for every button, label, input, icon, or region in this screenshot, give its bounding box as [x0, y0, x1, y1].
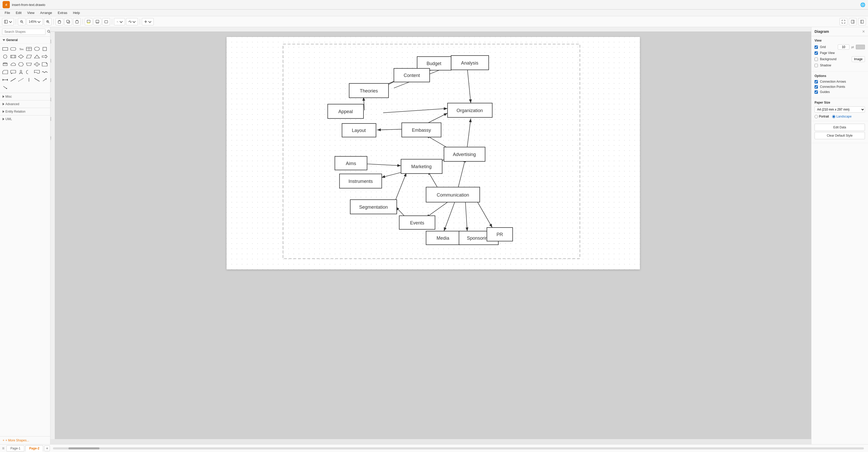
shape-cylinder[interactable]: [2, 61, 9, 68]
shape-double-arrow[interactable]: [2, 76, 9, 84]
shape-hexagon[interactable]: [17, 61, 25, 68]
menu-file[interactable]: File: [2, 10, 13, 15]
paste-style-button[interactable]: [73, 18, 81, 25]
page-view-checkbox[interactable]: [814, 52, 818, 55]
bottom-scrollbar[interactable]: [53, 447, 864, 449]
portrait-option[interactable]: Portrait: [814, 115, 829, 118]
delete-button[interactable]: [56, 18, 63, 25]
page-tab-2[interactable]: Page-2: [25, 445, 43, 451]
menu-arrange[interactable]: Arrange: [37, 10, 55, 15]
grid-color-swatch[interactable]: [856, 45, 865, 49]
global-icon: 🌐: [860, 2, 865, 7]
landscape-radio[interactable]: [832, 115, 835, 118]
svg-rect-22: [96, 23, 99, 23]
svg-marker-56: [3, 70, 8, 74]
menu-view[interactable]: View: [25, 10, 37, 15]
shape-text[interactable]: Text: [17, 45, 25, 53]
shape-dashed-line[interactable]: [17, 76, 25, 84]
canvas-page[interactable]: Budget Analysis Content Theories Appeal: [226, 37, 640, 269]
group-misc-header[interactable]: Misc: [0, 93, 50, 100]
shape-arrow-right[interactable]: [41, 53, 48, 60]
shape-diamond[interactable]: [17, 53, 25, 60]
shape-rect[interactable]: [2, 45, 9, 53]
bottom-scrollbar-thumb[interactable]: [68, 447, 99, 449]
canvas-area[interactable]: 300 400 500 600 700 800 900 1000 1100 12…: [51, 27, 811, 444]
background-image-button[interactable]: Image: [852, 56, 865, 62]
more-shapes-link[interactable]: + + More Shapes...: [0, 436, 50, 444]
waypoint-button[interactable]: [126, 18, 138, 25]
shape-process[interactable]: [9, 53, 17, 60]
node-label-appeal: Appeal: [338, 109, 352, 114]
grid-value-input[interactable]: [838, 44, 849, 50]
search-input[interactable]: [2, 29, 45, 35]
shape-square[interactable]: [41, 45, 48, 53]
shape-vertical-line[interactable]: [25, 76, 33, 84]
shape-wavy[interactable]: [41, 68, 48, 76]
zoom-in-button[interactable]: [44, 18, 52, 25]
shape-arrow-se[interactable]: [2, 84, 9, 91]
edge: [367, 164, 401, 166]
guides-checkbox[interactable]: [814, 90, 818, 94]
shape-table[interactable]: [25, 45, 33, 53]
landscape-option[interactable]: Landscape: [832, 115, 852, 118]
zoom-out-button[interactable]: [18, 18, 26, 25]
grid-checkbox[interactable]: [814, 45, 818, 49]
shape-triangle[interactable]: [33, 53, 40, 60]
connection-arrows-checkbox[interactable]: [814, 80, 818, 84]
shape-arrow-ne[interactable]: [41, 76, 48, 84]
shape-circle[interactable]: [2, 53, 9, 60]
connection-style-button[interactable]: →: [114, 18, 125, 25]
clear-default-style-button[interactable]: Clear Default Style: [814, 132, 865, 139]
edit-data-button[interactable]: Edit Data: [814, 124, 865, 131]
shape-trapezoid[interactable]: [25, 61, 33, 68]
shape-document[interactable]: [33, 68, 40, 76]
shape-brace[interactable]: [25, 68, 33, 76]
group-advanced-header[interactable]: Advanced: [0, 100, 50, 108]
shape-slash[interactable]: [33, 76, 40, 84]
shape-actor[interactable]: [17, 68, 25, 76]
svg-rect-20: [87, 23, 90, 23]
portrait-radio[interactable]: [814, 115, 818, 118]
shape-button[interactable]: [102, 18, 110, 25]
menu-edit[interactable]: Edit: [13, 10, 24, 15]
right-panel-close-button[interactable]: ×: [862, 29, 865, 34]
group-entity-relation-header[interactable]: Entity Relation: [0, 108, 50, 115]
panel-toggle-button[interactable]: [2, 18, 14, 25]
shape-cross[interactable]: [33, 61, 40, 68]
group-general-header[interactable]: General: [0, 37, 50, 44]
copy-style-button[interactable]: [64, 18, 72, 25]
group-uml-header[interactable]: UML: [0, 116, 50, 123]
fit-page-button[interactable]: [840, 18, 847, 25]
svg-line-66: [34, 78, 39, 82]
canvas-scroll-area[interactable]: Budget Analysis Content Theories Appeal: [55, 32, 811, 439]
shadow-checkbox[interactable]: [814, 64, 818, 67]
shape-diagonal-line[interactable]: [9, 76, 17, 84]
line-color-button[interactable]: [94, 18, 101, 25]
collapse-right-button[interactable]: [858, 18, 866, 25]
insert-button[interactable]: [142, 18, 154, 25]
search-button[interactable]: [47, 30, 51, 34]
menubar: File Edit View Arrange Extras Help: [0, 9, 868, 16]
page-tab-1[interactable]: Page-1: [6, 445, 24, 451]
shape-card[interactable]: [2, 68, 9, 76]
edge: [476, 200, 492, 228]
fill-color-button[interactable]: [85, 18, 92, 25]
shape-parallelogram[interactable]: [25, 53, 33, 60]
connection-points-checkbox[interactable]: [814, 85, 818, 89]
page-menu-button[interactable]: ≡: [2, 446, 4, 451]
shape-rounded-rect[interactable]: [9, 45, 17, 53]
menu-help[interactable]: Help: [70, 10, 83, 15]
shape-ellipse[interactable]: [33, 45, 40, 53]
shape-callout[interactable]: [9, 68, 17, 76]
background-checkbox[interactable]: [814, 58, 818, 61]
shape-note[interactable]: [41, 61, 48, 68]
svg-rect-11: [58, 21, 61, 23]
paper-size-select[interactable]: A4 (210 mm x 297 mm) A3 (297 mm x 420 mm…: [814, 106, 865, 112]
shape-cloud[interactable]: [9, 61, 17, 68]
format-panel-button[interactable]: [849, 18, 857, 25]
page-view-row: Page View: [814, 51, 865, 55]
svg-rect-2: [4, 20, 7, 23]
menu-extras[interactable]: Extras: [55, 10, 70, 15]
add-page-button[interactable]: +: [44, 446, 50, 451]
zoom-level-button[interactable]: 145%: [27, 18, 43, 25]
